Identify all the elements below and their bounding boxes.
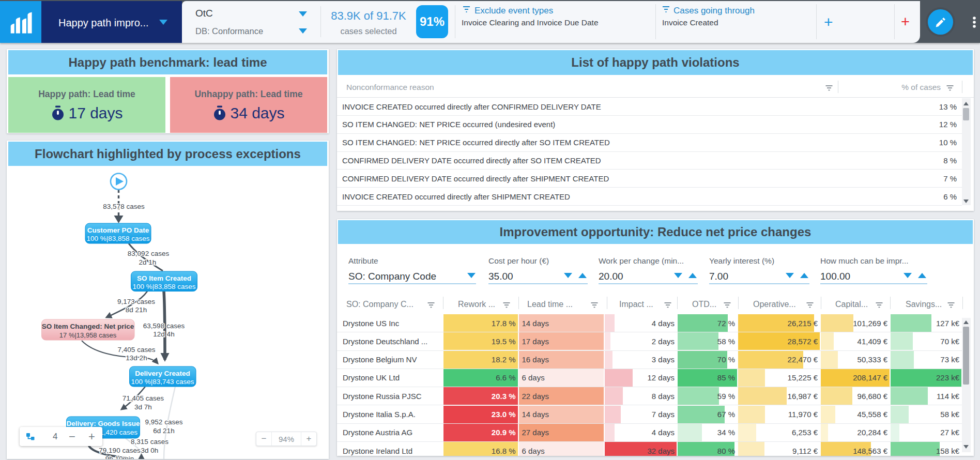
svg-text:9,173 cases: 9,173 cases (117, 298, 155, 305)
svg-text:83,578 cases: 83,578 cases (103, 203, 145, 210)
svg-text:2d 1h: 2d 1h (139, 258, 157, 266)
svg-text:8,315 cases: 8,315 cases (131, 438, 169, 446)
svg-text:12d 4h: 12d 4h (153, 330, 174, 338)
svg-text:100 %|83,743 cases: 100 %|83,743 cases (131, 378, 194, 386)
svg-text:100 %|83,858 cases: 100 %|83,858 cases (132, 283, 195, 290)
svg-text:17 %|13,958 cases: 17 %|13,958 cases (59, 331, 117, 339)
svg-text:Delivery Created: Delivery Created (135, 370, 190, 377)
svg-text:3d 7h: 3d 7h (134, 403, 152, 411)
svg-text:71,405 cases: 71,405 cases (122, 394, 164, 402)
svg-text:6d 21h: 6d 21h (153, 427, 174, 435)
svg-text:3d 0h: 3d 0h (141, 447, 159, 454)
svg-text:Delivery: Goods Issue: Delivery: Goods Issue (67, 420, 140, 427)
svg-text:8d 21h: 8d 21h (126, 306, 147, 314)
svg-text:SO Item Changed: Net price: SO Item Changed: Net price (42, 323, 134, 330)
svg-text:SO Item Created: SO Item Created (137, 274, 191, 282)
svg-text:9h 10min: 9h 10min (105, 455, 134, 459)
svg-text:9,952 cases: 9,952 cases (145, 418, 183, 426)
svg-text:79,190 cases: 79,190 cases (99, 447, 141, 454)
svg-text:Customer PO Date: Customer PO Date (87, 226, 149, 234)
svg-text:63,598 cases: 63,598 cases (143, 322, 185, 330)
svg-text:7,405 cases: 7,405 cases (118, 346, 156, 354)
svg-text:13d 2h: 13d 2h (126, 354, 147, 362)
svg-text:100 %|83,858 cases: 100 %|83,858 cases (86, 235, 149, 242)
svg-text:83,092 cases: 83,092 cases (128, 250, 170, 257)
